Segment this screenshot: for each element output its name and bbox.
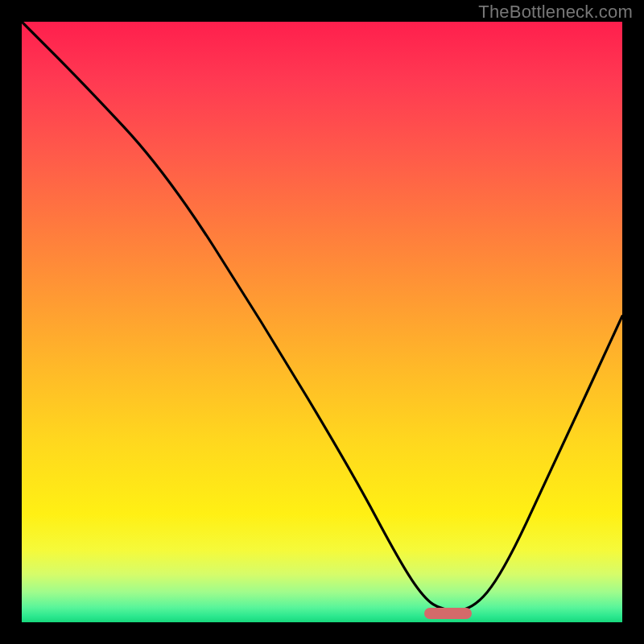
watermark-text: TheBottleneck.com xyxy=(478,2,633,23)
optimal-marker xyxy=(424,608,473,619)
plot-area xyxy=(22,22,622,622)
chart-container: TheBottleneck.com xyxy=(0,0,644,644)
bottleneck-curve xyxy=(22,22,622,622)
